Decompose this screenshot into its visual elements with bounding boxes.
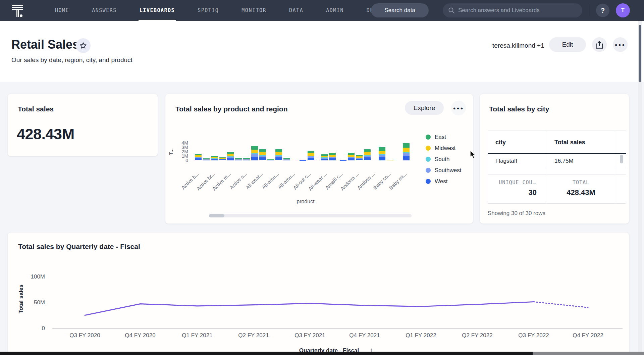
- bar-segment-east: [275, 149, 282, 152]
- favorite-star-button[interactable]: [76, 38, 91, 53]
- cell-city: [488, 168, 547, 174]
- collaborators-label[interactable]: teresa.killmond +1: [492, 42, 544, 49]
- table-row-count: Showing 30 of 30 rows: [488, 210, 545, 217]
- top-nav-bar: HOMEANSWERSLIVEBOARDSSPOTIQMONITORDATAAD…: [0, 0, 644, 21]
- bar-segment-midwest: [364, 152, 371, 155]
- global-search-input[interactable]: Search answers and Liveboards: [443, 3, 582, 17]
- bar-segment-midwest: [403, 148, 410, 152]
- table-row[interactable]: Flagstaff16.75M: [488, 154, 626, 168]
- cell-total-sales: 16.75M: [547, 154, 615, 168]
- bar-plot-area: [195, 140, 426, 160]
- liveboard-header: Retail Sales Our sales by date, region, …: [0, 21, 644, 82]
- nav-item-spotiq[interactable]: SPOTIQ: [197, 0, 220, 21]
- line-y-tick-100M: 100M: [18, 273, 45, 280]
- stacked-bar-14[interactable]: [308, 151, 314, 160]
- stacked-bar-4[interactable]: [219, 157, 226, 160]
- search-data-button[interactable]: Search data: [371, 3, 429, 17]
- stacked-bar-15[interactable]: [321, 154, 328, 160]
- legend-item-south[interactable]: South: [426, 154, 461, 165]
- stacked-bar-3[interactable]: [211, 156, 218, 160]
- bar-segment-west: [321, 159, 328, 160]
- summary-label: UNIQUE COU…: [488, 180, 547, 186]
- liveboard-page: HOMEANSWERSLIVEBOARDSSPOTIQMONITORDATAAD…: [0, 0, 644, 355]
- legend-item-southwest[interactable]: Southwest: [426, 165, 461, 176]
- user-avatar[interactable]: T: [616, 3, 630, 17]
- bar-card-more-button[interactable]: ●●●: [451, 101, 466, 115]
- nav-item-monitor[interactable]: MONITOR: [240, 0, 267, 21]
- stacked-bar-9[interactable]: [259, 149, 266, 160]
- table-scrollbar-thumb[interactable]: [620, 155, 623, 163]
- stacked-bar-12[interactable]: [283, 158, 290, 160]
- help-button[interactable]: ?: [596, 4, 609, 17]
- bar-segment-east: [364, 149, 371, 152]
- nav-item-data[interactable]: DATA: [288, 0, 304, 21]
- summary-value: 428.43M: [547, 188, 615, 197]
- star-icon: [79, 42, 87, 50]
- thoughtspot-logo-icon: [10, 3, 25, 18]
- line-x-label: Q3 FY 2021: [286, 332, 333, 339]
- chart-scrollbar-thumb[interactable]: [209, 214, 224, 217]
- kpi-card-total-sales[interactable]: Total sales 428.43M: [7, 94, 158, 156]
- legend-item-west[interactable]: West: [426, 176, 461, 187]
- nav-item-admin[interactable]: ADMIN: [325, 0, 345, 21]
- edit-button[interactable]: Edit: [549, 37, 586, 52]
- page-vertical-scrollbar-thumb[interactable]: [639, 25, 641, 82]
- stacked-bar-7[interactable]: [243, 158, 250, 160]
- bar-segment-midwest: [387, 160, 393, 160]
- line-chart-title: Total sales by Quarterly date - Fiscal: [18, 243, 140, 251]
- stacked-bar-19[interactable]: [356, 155, 363, 160]
- chart-horizontal-scrollbar[interactable]: [209, 214, 412, 217]
- column-header-total-sales[interactable]: Total sales: [547, 131, 615, 153]
- city-sales-table: cityTotal salesFlagstaff16.75MUNIQUE COU…: [488, 131, 626, 204]
- legend-item-east[interactable]: East: [426, 132, 461, 143]
- stacked-bar-23[interactable]: [403, 143, 410, 160]
- stacked-bar-6[interactable]: [235, 158, 242, 160]
- ellipsis-icon: ●●●: [453, 106, 464, 111]
- stacked-bar-8[interactable]: [251, 146, 258, 160]
- more-options-button[interactable]: ●●●: [613, 37, 628, 52]
- explore-button[interactable]: Explore: [405, 101, 444, 115]
- stacked-bar-16[interactable]: [329, 153, 336, 160]
- collaborator-avatar-n[interactable]: N: [460, 38, 474, 53]
- stacked-bar-20[interactable]: [364, 149, 371, 160]
- nav-item-home[interactable]: HOME: [54, 0, 70, 21]
- stacked-bar-5[interactable]: [227, 152, 234, 160]
- thoughtspot-logo[interactable]: [10, 3, 25, 18]
- stacked-bar-18[interactable]: [348, 153, 355, 160]
- stacked-bar-1[interactable]: [195, 154, 202, 160]
- nav-item-answers[interactable]: ANSWERS: [91, 0, 118, 21]
- bar-segment-east: [251, 146, 258, 150]
- line-x-label: Q4 FY 2022: [565, 332, 611, 339]
- summary-spacer: [615, 175, 626, 203]
- stacked-bar-22[interactable]: [387, 160, 393, 160]
- chart-legend: EastMidwestSouthSouthwestWest: [426, 132, 461, 187]
- summary-label: TOTAL: [547, 180, 615, 186]
- stacked-bar-2[interactable]: [203, 158, 210, 160]
- bar-segment-midwest: [379, 151, 385, 154]
- stacked-bar-11[interactable]: [275, 149, 282, 160]
- legend-item-midwest[interactable]: Midwest: [426, 143, 461, 154]
- bar-segment-east: [379, 147, 385, 151]
- column-header-city[interactable]: city: [488, 131, 547, 153]
- share-button[interactable]: [592, 37, 607, 52]
- stacked-bar-13[interactable]: [300, 160, 306, 160]
- table-card-title: Total sales by city: [489, 105, 549, 113]
- stacked-bar-17[interactable]: [340, 160, 346, 160]
- collaborator-avatar-t[interactable]: T: [473, 38, 488, 53]
- page-horizontal-scrollbar-thumb[interactable]: [0, 352, 533, 355]
- line-chart-card: Total sales by Quarterly date - Fiscal T…: [7, 232, 629, 355]
- legend-dot-south: [426, 157, 431, 162]
- stacked-bar-21[interactable]: [379, 147, 385, 160]
- page-title: Retail Sales: [11, 38, 79, 52]
- stacked-bar-10[interactable]: [267, 159, 274, 160]
- bar-chart-card: Total sales by product and region Explor…: [165, 94, 473, 224]
- legend-dot-west: [426, 179, 431, 184]
- legend-label: West: [435, 178, 447, 185]
- page-horizontal-scrollbar-track[interactable]: [533, 352, 644, 355]
- nav-item-liveboards[interactable]: LIVEBOARDS: [139, 0, 176, 21]
- bar-segment-west: [203, 160, 210, 160]
- mouse-cursor: [470, 150, 478, 160]
- line-plot-area: [51, 262, 628, 329]
- legend-label: East: [435, 134, 446, 141]
- table-row-partial: [488, 168, 626, 175]
